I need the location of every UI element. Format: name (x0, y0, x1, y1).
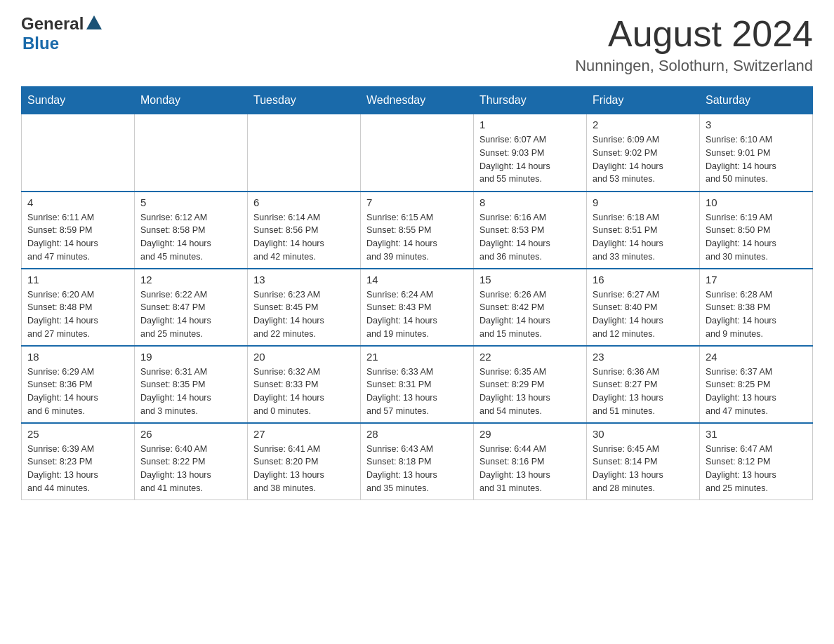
table-row: 31Sunrise: 6:47 AM Sunset: 8:12 PM Dayli… (700, 423, 813, 500)
calendar-week-row: 18Sunrise: 6:29 AM Sunset: 8:36 PM Dayli… (22, 346, 813, 423)
svg-marker-0 (86, 15, 102, 29)
day-number: 28 (366, 428, 468, 440)
day-info: Sunrise: 6:47 AM Sunset: 8:12 PM Dayligh… (706, 443, 807, 495)
calendar-week-row: 4Sunrise: 6:11 AM Sunset: 8:59 PM Daylig… (22, 192, 813, 269)
day-info: Sunrise: 6:09 AM Sunset: 9:02 PM Dayligh… (593, 133, 694, 186)
table-row: 7Sunrise: 6:15 AM Sunset: 8:55 PM Daylig… (361, 192, 474, 269)
table-row (361, 114, 474, 192)
day-number: 1 (479, 119, 581, 130)
table-row: 29Sunrise: 6:44 AM Sunset: 8:16 PM Dayli… (474, 423, 587, 500)
col-saturday: Saturday (700, 87, 813, 114)
day-info: Sunrise: 6:22 AM Sunset: 8:47 PM Dayligh… (140, 288, 241, 341)
logo: General Blue (21, 14, 103, 53)
col-monday: Monday (135, 87, 248, 114)
table-row: 6Sunrise: 6:14 AM Sunset: 8:56 PM Daylig… (248, 192, 361, 269)
day-number: 8 (479, 196, 581, 208)
table-row: 14Sunrise: 6:24 AM Sunset: 8:43 PM Dayli… (361, 269, 474, 346)
day-number: 4 (27, 196, 128, 208)
day-info: Sunrise: 6:12 AM Sunset: 8:58 PM Dayligh… (140, 211, 241, 264)
table-row: 20Sunrise: 6:32 AM Sunset: 8:33 PM Dayli… (248, 346, 361, 423)
logo-general-text: General (21, 14, 84, 34)
day-info: Sunrise: 6:43 AM Sunset: 8:18 PM Dayligh… (366, 443, 468, 495)
day-number: 5 (140, 196, 241, 208)
table-row: 26Sunrise: 6:40 AM Sunset: 8:22 PM Dayli… (135, 423, 248, 500)
day-info: Sunrise: 6:36 AM Sunset: 8:27 PM Dayligh… (593, 365, 694, 418)
calendar-week-row: 1Sunrise: 6:07 AM Sunset: 9:03 PM Daylig… (22, 114, 813, 192)
table-row: 30Sunrise: 6:45 AM Sunset: 8:14 PM Dayli… (587, 423, 700, 500)
table-row: 28Sunrise: 6:43 AM Sunset: 8:18 PM Dayli… (361, 423, 474, 500)
table-row: 21Sunrise: 6:33 AM Sunset: 8:31 PM Dayli… (361, 346, 474, 423)
calendar-week-row: 11Sunrise: 6:20 AM Sunset: 8:48 PM Dayli… (22, 269, 813, 346)
table-row: 8Sunrise: 6:16 AM Sunset: 8:53 PM Daylig… (474, 192, 587, 269)
day-number: 14 (366, 274, 468, 286)
table-row: 15Sunrise: 6:26 AM Sunset: 8:42 PM Dayli… (474, 269, 587, 346)
day-number: 24 (706, 351, 807, 363)
table-row: 12Sunrise: 6:22 AM Sunset: 8:47 PM Dayli… (135, 269, 248, 346)
day-info: Sunrise: 6:15 AM Sunset: 8:55 PM Dayligh… (366, 211, 468, 264)
day-info: Sunrise: 6:19 AM Sunset: 8:50 PM Dayligh… (706, 211, 807, 264)
table-row: 4Sunrise: 6:11 AM Sunset: 8:59 PM Daylig… (22, 192, 135, 269)
day-number: 31 (706, 428, 807, 440)
col-wednesday: Wednesday (361, 87, 474, 114)
logo-blue-text: Blue (22, 34, 59, 53)
day-info: Sunrise: 6:07 AM Sunset: 9:03 PM Dayligh… (479, 133, 581, 186)
day-number: 12 (140, 274, 241, 286)
day-info: Sunrise: 6:45 AM Sunset: 8:14 PM Dayligh… (593, 443, 694, 495)
day-info: Sunrise: 6:39 AM Sunset: 8:23 PM Dayligh… (27, 443, 128, 495)
calendar-week-row: 25Sunrise: 6:39 AM Sunset: 8:23 PM Dayli… (22, 423, 813, 500)
day-info: Sunrise: 6:16 AM Sunset: 8:53 PM Dayligh… (479, 211, 581, 264)
day-info: Sunrise: 6:27 AM Sunset: 8:40 PM Dayligh… (593, 288, 694, 341)
title-block: August 2024 Nunningen, Solothurn, Switze… (575, 14, 813, 75)
table-row: 19Sunrise: 6:31 AM Sunset: 8:35 PM Dayli… (135, 346, 248, 423)
day-info: Sunrise: 6:28 AM Sunset: 8:38 PM Dayligh… (706, 288, 807, 341)
table-row: 9Sunrise: 6:18 AM Sunset: 8:51 PM Daylig… (587, 192, 700, 269)
calendar-table: Sunday Monday Tuesday Wednesday Thursday… (21, 86, 813, 500)
day-number: 22 (479, 351, 581, 363)
calendar-header-row: Sunday Monday Tuesday Wednesday Thursday… (22, 87, 813, 114)
table-row (22, 114, 135, 192)
day-number: 26 (140, 428, 241, 440)
day-info: Sunrise: 6:26 AM Sunset: 8:42 PM Dayligh… (479, 288, 581, 341)
day-number: 21 (366, 351, 468, 363)
col-friday: Friday (587, 87, 700, 114)
day-info: Sunrise: 6:32 AM Sunset: 8:33 PM Dayligh… (253, 365, 355, 418)
table-row: 24Sunrise: 6:37 AM Sunset: 8:25 PM Dayli… (700, 346, 813, 423)
day-info: Sunrise: 6:35 AM Sunset: 8:29 PM Dayligh… (479, 365, 581, 418)
day-number: 25 (27, 428, 128, 440)
day-number: 27 (253, 428, 355, 440)
table-row: 18Sunrise: 6:29 AM Sunset: 8:36 PM Dayli… (22, 346, 135, 423)
table-row: 5Sunrise: 6:12 AM Sunset: 8:58 PM Daylig… (135, 192, 248, 269)
day-number: 3 (706, 119, 807, 130)
table-row: 3Sunrise: 6:10 AM Sunset: 9:01 PM Daylig… (700, 114, 813, 192)
day-info: Sunrise: 6:44 AM Sunset: 8:16 PM Dayligh… (479, 443, 581, 495)
day-info: Sunrise: 6:33 AM Sunset: 8:31 PM Dayligh… (366, 365, 468, 418)
table-row: 2Sunrise: 6:09 AM Sunset: 9:02 PM Daylig… (587, 114, 700, 192)
day-info: Sunrise: 6:31 AM Sunset: 8:35 PM Dayligh… (140, 365, 241, 418)
day-info: Sunrise: 6:10 AM Sunset: 9:01 PM Dayligh… (706, 133, 807, 186)
day-info: Sunrise: 6:11 AM Sunset: 8:59 PM Dayligh… (27, 211, 128, 264)
day-number: 10 (706, 196, 807, 208)
col-thursday: Thursday (474, 87, 587, 114)
table-row: 1Sunrise: 6:07 AM Sunset: 9:03 PM Daylig… (474, 114, 587, 192)
col-tuesday: Tuesday (248, 87, 361, 114)
day-number: 30 (593, 428, 694, 440)
day-number: 17 (706, 274, 807, 286)
table-row: 16Sunrise: 6:27 AM Sunset: 8:40 PM Dayli… (587, 269, 700, 346)
table-row: 23Sunrise: 6:36 AM Sunset: 8:27 PM Dayli… (587, 346, 700, 423)
day-info: Sunrise: 6:24 AM Sunset: 8:43 PM Dayligh… (366, 288, 468, 341)
day-number: 18 (27, 351, 128, 363)
col-sunday: Sunday (22, 87, 135, 114)
table-row (248, 114, 361, 192)
day-info: Sunrise: 6:29 AM Sunset: 8:36 PM Dayligh… (27, 365, 128, 418)
month-title: August 2024 (575, 14, 813, 54)
day-info: Sunrise: 6:20 AM Sunset: 8:48 PM Dayligh… (27, 288, 128, 341)
day-info: Sunrise: 6:37 AM Sunset: 8:25 PM Dayligh… (706, 365, 807, 418)
table-row: 27Sunrise: 6:41 AM Sunset: 8:20 PM Dayli… (248, 423, 361, 500)
table-row: 10Sunrise: 6:19 AM Sunset: 8:50 PM Dayli… (700, 192, 813, 269)
day-number: 11 (27, 274, 128, 286)
table-row: 25Sunrise: 6:39 AM Sunset: 8:23 PM Dayli… (22, 423, 135, 500)
table-row: 22Sunrise: 6:35 AM Sunset: 8:29 PM Dayli… (474, 346, 587, 423)
day-number: 7 (366, 196, 468, 208)
logo-triangle-icon (85, 14, 103, 32)
day-number: 16 (593, 274, 694, 286)
